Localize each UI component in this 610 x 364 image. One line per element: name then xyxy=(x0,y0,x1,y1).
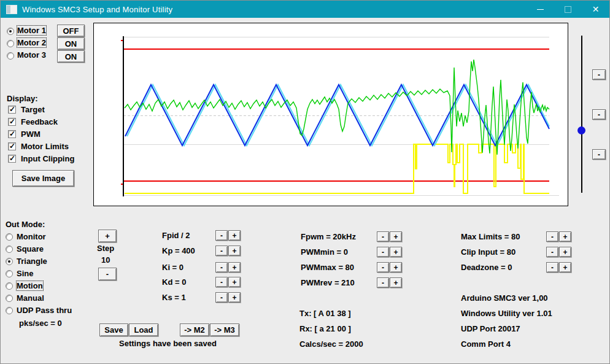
fpwm-minus-button[interactable]: - xyxy=(377,231,389,242)
fpwm-plus-button[interactable]: + xyxy=(390,231,402,242)
radio-triangle[interactable] xyxy=(6,258,13,265)
minimize-button[interactable] xyxy=(527,1,554,18)
checkbox-pwm-label[interactable]: PWM xyxy=(21,130,41,139)
deadzone-label: Deadzone = 0 xyxy=(461,263,512,272)
close-button[interactable]: ✕ xyxy=(582,1,609,18)
arduino-version-text: Arduino SMC3 ver 1,00 xyxy=(461,293,548,303)
radio-square[interactable] xyxy=(6,246,13,253)
pwmmin-label: PWMmin = 0 xyxy=(301,247,348,257)
clip-input-plus-button[interactable]: + xyxy=(559,247,571,257)
kp-plus-button[interactable]: + xyxy=(228,246,241,256)
ki-label: Ki = 0 xyxy=(162,263,183,272)
settings-status-text: Settings have been saved xyxy=(119,339,217,348)
calcs-per-sec-readout: Calcs/sec = 2000 xyxy=(299,339,363,349)
maximize-button[interactable] xyxy=(554,1,582,18)
smc3-window: Windows SMC3 Setup and Monitor Utility ✕… xyxy=(0,0,610,364)
radio-monitor-label[interactable]: Monitor xyxy=(17,232,46,241)
clip-input-label: Clip Input = 80 xyxy=(461,247,515,257)
fpwm-label: Fpwm = 20kHz xyxy=(301,232,356,241)
scale-slider-thumb[interactable] xyxy=(577,126,585,134)
window-title: Windows SMC3 Setup and Monitor Utility xyxy=(22,5,172,14)
pwmmax-label: PWMmax = 80 xyxy=(301,263,354,272)
radio-manual[interactable] xyxy=(6,295,13,302)
deadzone-plus-button[interactable]: + xyxy=(559,262,571,273)
pwmmin-plus-button[interactable]: + xyxy=(390,247,402,257)
app-icon xyxy=(6,5,17,14)
pwmrev-label: PWMrev = 210 xyxy=(301,278,355,287)
scope-svg xyxy=(94,23,568,206)
minimize-icon xyxy=(537,9,544,10)
kd-minus-button[interactable]: - xyxy=(215,277,228,287)
ki-plus-button[interactable]: + xyxy=(228,262,241,273)
checkbox-target[interactable] xyxy=(8,106,16,114)
radio-motor-2[interactable] xyxy=(7,40,14,47)
radio-triangle-label[interactable]: Triangle xyxy=(17,257,47,266)
motor-1-power-button[interactable]: OFF xyxy=(57,25,85,37)
radio-motor-3[interactable] xyxy=(7,52,14,60)
save-image-button[interactable]: Save Image xyxy=(12,170,74,187)
step-plus-button[interactable]: + xyxy=(98,230,117,242)
to-m2-button[interactable]: -> M2 xyxy=(180,323,209,336)
pwmmin-minus-button[interactable]: - xyxy=(377,247,389,257)
ks-plus-button[interactable]: + xyxy=(228,292,241,303)
radio-square-label[interactable]: Square xyxy=(17,244,44,254)
motor-3-power-button[interactable]: ON xyxy=(57,50,85,63)
checkbox-input-clipping[interactable] xyxy=(8,155,16,163)
pwmmax-plus-button[interactable]: + xyxy=(390,262,402,273)
clip-input-minus-button[interactable]: - xyxy=(546,247,558,257)
pwmmax-minus-button[interactable]: - xyxy=(377,262,389,273)
caption-buttons: ✕ xyxy=(527,1,609,18)
max-limits-plus-button[interactable]: + xyxy=(559,231,571,242)
checkbox-motor-limits[interactable] xyxy=(8,142,16,150)
utility-version-text: Windows Utility ver 1.01 xyxy=(461,309,552,318)
radio-motion-label[interactable]: Motion xyxy=(17,281,43,290)
fpid-plus-button[interactable]: + xyxy=(228,230,241,241)
display-heading: Display: xyxy=(7,94,38,103)
pwmrev-plus-button[interactable]: + xyxy=(390,277,402,288)
ks-minus-button[interactable]: - xyxy=(215,292,228,303)
checkbox-motor-limits-label[interactable]: Motor Limits xyxy=(21,142,69,151)
kp-minus-button[interactable]: - xyxy=(215,246,228,256)
rx-readout: Rx: [ a 21 00 ] xyxy=(299,324,351,333)
scale-minus-button-3[interactable]: - xyxy=(592,149,606,160)
deadzone-minus-button[interactable]: - xyxy=(546,262,558,273)
tx-readout: Tx: [ A 01 38 ] xyxy=(299,309,351,318)
scale-minus-button-2[interactable]: - xyxy=(592,109,606,120)
radio-monitor[interactable] xyxy=(6,233,13,241)
motor-2-power-button[interactable]: ON xyxy=(57,37,85,50)
checkbox-feedback[interactable] xyxy=(8,118,16,126)
step-minus-button[interactable]: - xyxy=(98,268,117,281)
radio-udp-pass-thru-label[interactable]: UDP Pass thru xyxy=(17,306,72,315)
pwmrev-minus-button[interactable]: - xyxy=(377,277,389,288)
motor-1-label[interactable]: Motor 1 xyxy=(17,26,46,35)
to-m3-button[interactable]: -> M3 xyxy=(210,323,239,336)
pks-per-sec-label: pks/sec = 0 xyxy=(19,319,62,328)
kd-plus-button[interactable]: + xyxy=(228,277,241,287)
checkbox-input-clipping-label[interactable]: Input Clipping xyxy=(21,154,74,163)
ki-minus-button[interactable]: - xyxy=(215,262,228,273)
radio-udp-pass-thru[interactable] xyxy=(6,307,13,314)
checkbox-feedback-label[interactable]: Feedback xyxy=(21,117,58,126)
out-mode-heading: Out Mode: xyxy=(6,220,45,229)
step-label: Step xyxy=(97,244,114,253)
udp-port-text: UDP Port 20017 xyxy=(461,324,520,333)
motor-3-label[interactable]: Motor 3 xyxy=(17,50,46,60)
step-value: 10 xyxy=(101,255,110,265)
maximize-icon xyxy=(565,6,571,13)
motor-2-label[interactable]: Motor 2 xyxy=(17,38,46,47)
checkbox-target-label[interactable]: Target xyxy=(21,105,45,114)
max-limits-minus-button[interactable]: - xyxy=(546,231,558,242)
radio-sine[interactable] xyxy=(6,270,13,277)
radio-sine-label[interactable]: Sine xyxy=(17,269,33,278)
save-button[interactable]: Save xyxy=(99,323,128,336)
load-button[interactable]: Load xyxy=(129,323,158,336)
checkbox-pwm[interactable] xyxy=(8,130,16,138)
radio-motion[interactable] xyxy=(6,282,13,290)
scale-minus-button-1[interactable]: - xyxy=(592,69,606,80)
radio-motor-1[interactable] xyxy=(7,28,14,35)
kp-label: Kp = 400 xyxy=(162,246,195,255)
radio-manual-label[interactable]: Manual xyxy=(17,293,44,303)
fpid-minus-button[interactable]: - xyxy=(215,230,228,241)
fpid-label: Fpid / 2 xyxy=(162,231,190,240)
scale-slider-track xyxy=(581,36,582,193)
